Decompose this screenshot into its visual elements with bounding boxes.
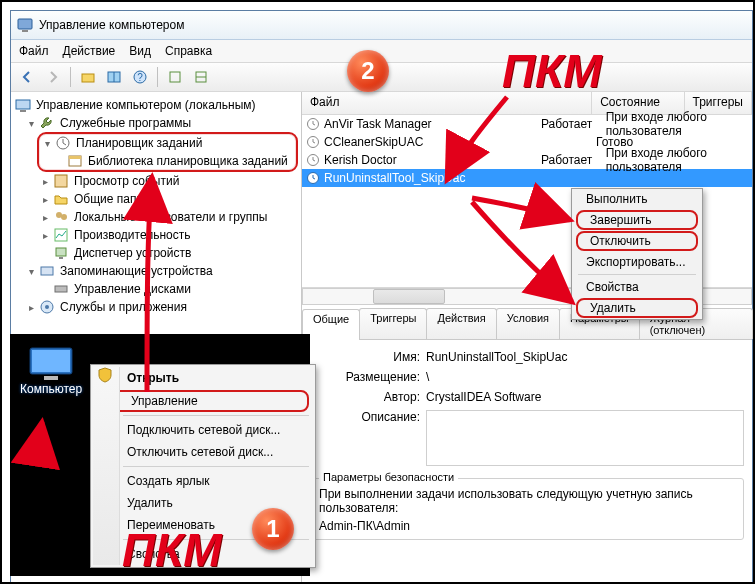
tree-local-users[interactable]: ▸ Локальные пользователи и группы [11, 208, 301, 226]
ctx-disable[interactable]: Отключить [576, 231, 698, 251]
tree-event-viewer[interactable]: ▸ Просмотр событий [11, 172, 301, 190]
tree-task-scheduler[interactable]: ▾ Планировщик заданий [41, 134, 290, 152]
menu-file[interactable]: Файл [19, 44, 49, 58]
value-author: CrystalIDEA Software [426, 390, 744, 404]
scrollbar-thumb[interactable] [373, 289, 445, 304]
security-group: Параметры безопасности При выполнении за… [310, 478, 744, 540]
overlay-pkm-2: ПКМ [502, 48, 602, 94]
ctx-open[interactable]: Открыть [93, 367, 313, 389]
users-icon [53, 209, 69, 225]
highlight-scheduler: ▾ Планировщик заданий Библиотека планиро… [37, 132, 298, 172]
task-row[interactable]: Kerish Doctor Работает При входе любого … [302, 151, 752, 169]
tree-performance[interactable]: ▸ Производительность [11, 226, 301, 244]
clock-icon [55, 135, 71, 151]
svg-rect-10 [16, 100, 30, 109]
ctx-map[interactable]: Подключить сетевой диск... [93, 419, 313, 441]
computer-mgmt-icon [15, 97, 31, 113]
tree-storage[interactable]: ▾ Запоминающие устройства [11, 262, 301, 280]
svg-text:?: ? [137, 72, 143, 83]
svg-rect-14 [69, 156, 81, 159]
tab-conditions[interactable]: Условия [496, 308, 560, 339]
label-name: Имя: [310, 350, 426, 364]
svg-rect-1 [22, 30, 28, 32]
task-row[interactable]: AnVir Task Manager Работает При входе лю… [302, 115, 752, 133]
expand-icon[interactable]: ▸ [25, 302, 37, 313]
menu-help[interactable]: Справка [165, 44, 212, 58]
tree-scheduler-library[interactable]: Библиотека планировщика заданий [41, 152, 290, 170]
collapse-icon[interactable]: ▾ [25, 118, 37, 129]
security-line2: Admin-ПК\Admin [319, 519, 735, 533]
toolbar-help-button[interactable]: ? [128, 65, 152, 89]
perf-icon [53, 227, 69, 243]
tree-disk-mgmt[interactable]: Управление дисками [11, 280, 301, 298]
shield-icon [97, 367, 113, 383]
svg-point-17 [61, 214, 67, 220]
titlebar[interactable]: Управление компьютером [11, 11, 752, 40]
expand-icon[interactable]: ▸ [39, 176, 51, 187]
ctx-export[interactable]: Экспортировать... [572, 252, 702, 272]
tree-services-apps[interactable]: ▸ Службы и приложения [11, 298, 301, 316]
ctx-delete[interactable]: Удалить [576, 298, 698, 318]
menu-view[interactable]: Вид [129, 44, 151, 58]
nav-back-button[interactable] [15, 65, 39, 89]
clock-icon [306, 135, 320, 149]
ctx-end[interactable]: Завершить [576, 210, 698, 230]
svg-rect-0 [18, 19, 32, 29]
svg-rect-20 [59, 257, 63, 259]
tree-device-mgr[interactable]: Диспетчер устройств [11, 244, 301, 262]
clock-icon [306, 171, 320, 185]
ctx-props[interactable]: Свойства [572, 277, 702, 297]
expand-icon[interactable]: ▸ [39, 230, 51, 241]
tree-system-tools[interactable]: ▾ Служебные программы [11, 114, 301, 132]
value-desc[interactable] [426, 410, 744, 466]
window-title: Управление компьютером [39, 18, 184, 32]
label-desc: Описание: [310, 410, 426, 466]
tab-general[interactable]: Общие [302, 309, 360, 340]
clock-icon [306, 117, 320, 131]
svg-rect-7 [170, 72, 180, 82]
toolbar-btn-3[interactable] [163, 65, 187, 89]
toolbar-btn-4[interactable] [189, 65, 213, 89]
ctx-manage[interactable]: Управление [97, 390, 309, 412]
device-icon [53, 245, 69, 261]
list-pane: Файл Состояние Триггеры AnVir Task Manag… [302, 92, 752, 584]
svg-rect-11 [20, 110, 26, 112]
folder-icon [53, 191, 69, 207]
security-legend: Параметры безопасности [319, 471, 458, 483]
separator [578, 274, 696, 275]
overlay-badge-1: 1 [252, 508, 294, 550]
svg-rect-19 [56, 248, 66, 256]
collapse-icon[interactable]: ▾ [25, 266, 37, 277]
toolbar-btn-1[interactable] [76, 65, 100, 89]
ctx-unmap[interactable]: Отключить сетевой диск... [93, 441, 313, 463]
clock-icon [306, 153, 320, 167]
event-icon [53, 173, 69, 189]
label-loc: Размещение: [310, 370, 426, 384]
details-panel: Имя:RunUninstallTool_SkipUac Размещение:… [302, 340, 752, 544]
svg-point-24 [45, 305, 49, 309]
tab-triggers[interactable]: Триггеры [359, 308, 427, 339]
separator [123, 466, 309, 467]
tab-actions[interactable]: Действия [426, 308, 496, 339]
tree-shared-folders[interactable]: ▸ Общие папки [11, 190, 301, 208]
menu-action[interactable]: Действие [63, 44, 116, 58]
task-context-menu: Выполнить Завершить Отключить Экспортиро… [571, 188, 703, 320]
desktop-computer-icon[interactable]: Компьютер [20, 346, 82, 396]
expand-icon[interactable]: ▸ [39, 212, 51, 223]
svg-rect-2 [82, 74, 94, 82]
services-icon [39, 299, 55, 315]
value-loc: \ [426, 370, 744, 384]
toolbar-btn-2[interactable] [102, 65, 126, 89]
ctx-shortcut[interactable]: Создать ярлык [93, 470, 313, 492]
label-author: Автор: [310, 390, 426, 404]
ctx-run[interactable]: Выполнить [572, 189, 702, 209]
separator [123, 415, 309, 416]
collapse-icon[interactable]: ▾ [41, 138, 53, 149]
nav-fwd-button[interactable] [41, 65, 65, 89]
expand-icon[interactable]: ▸ [39, 194, 51, 205]
tree-root[interactable]: Управление компьютером (локальным) [11, 96, 301, 114]
app-icon [17, 17, 33, 33]
svg-rect-30 [32, 350, 70, 372]
library-icon [67, 153, 83, 169]
svg-rect-15 [55, 175, 67, 187]
